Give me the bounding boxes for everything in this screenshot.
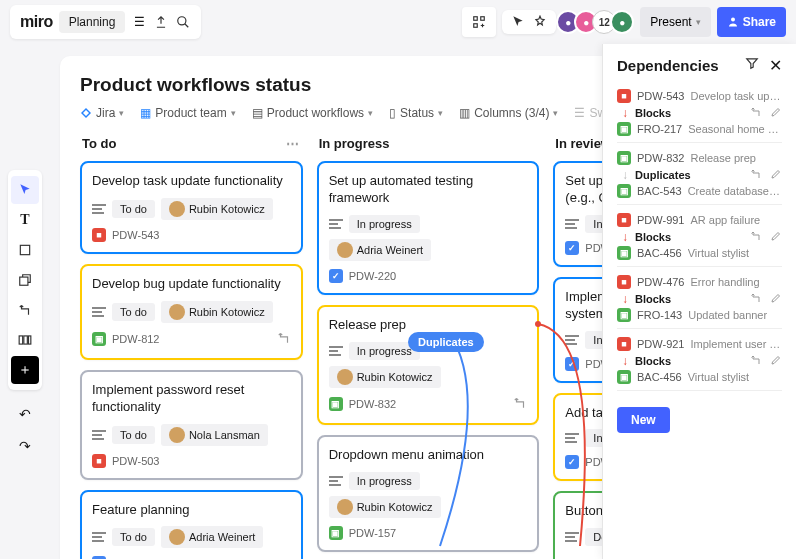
- reactions-icon[interactable]: [532, 14, 548, 30]
- dependencies-panel: Dependencies ✕ ■ PDW-543 Develop task up…: [602, 44, 796, 559]
- avatar: [169, 201, 185, 217]
- card-title: Develop bug update functionality: [92, 276, 291, 293]
- column-menu-icon[interactable]: ⋯: [286, 136, 301, 151]
- dependency-item: ■ PDW-991 AR app failure ↓ Blocks ▣ BAC-…: [617, 213, 782, 267]
- issue-type-icon: ✓: [565, 241, 579, 255]
- dependency-icon[interactable]: [513, 396, 527, 413]
- dep-from[interactable]: ■ PDW-921 Implement user authentic...: [617, 337, 782, 351]
- issue-key: PDW-832: [349, 398, 396, 410]
- dep-to[interactable]: ▣ BAC-543 Create database schema...: [617, 184, 782, 198]
- dep-to[interactable]: ▣ BAC-456 Virtual stylist: [617, 246, 782, 260]
- filter-icon[interactable]: [745, 56, 759, 75]
- undo-button[interactable]: ↶: [11, 400, 39, 428]
- dep-from[interactable]: ■ PDW-991 AR app failure: [617, 213, 782, 227]
- collaborator-avatars[interactable]: ● ● 12 ●: [562, 10, 634, 34]
- link-icon[interactable]: [750, 230, 762, 244]
- relation-label: Duplicates: [635, 169, 691, 181]
- filter-status[interactable]: ▯Status▾: [389, 106, 443, 120]
- arrow-down-icon: ↓: [617, 230, 633, 244]
- new-dependency-button[interactable]: New: [617, 407, 670, 433]
- edit-icon[interactable]: [770, 230, 782, 244]
- assignee-pill: Adria Weinert: [161, 526, 263, 548]
- dependency-icon[interactable]: [277, 331, 291, 348]
- description-icon: [92, 307, 106, 317]
- kanban-card[interactable]: Feature planning To do Adria Weinert ✓ P…: [80, 490, 303, 559]
- kanban-card[interactable]: Release prep In progress Rubin Kotowicz …: [317, 305, 540, 425]
- dep-to[interactable]: ▣ FRO-143 Updated banner: [617, 308, 782, 322]
- issue-type-icon: ▣: [329, 397, 343, 411]
- description-icon: [329, 476, 343, 486]
- relation-label: Blocks: [635, 231, 671, 243]
- kanban-card[interactable]: Develop bug update functionality To do R…: [80, 264, 303, 360]
- arrow-down-icon: ↓: [617, 106, 633, 120]
- filter-team[interactable]: ▦Product team▾: [140, 106, 235, 120]
- search-icon[interactable]: [175, 14, 191, 30]
- shapes-tool[interactable]: [11, 266, 39, 294]
- arrow-down-icon: ↓: [617, 354, 633, 368]
- close-icon[interactable]: ✕: [769, 56, 782, 75]
- assignee-pill: Adria Weinert: [329, 239, 431, 261]
- issue-key: PDW-812: [112, 333, 159, 345]
- edit-icon[interactable]: [770, 106, 782, 120]
- issue-type-icon: ■: [617, 89, 631, 103]
- avatar: [337, 242, 353, 258]
- description-icon: [92, 532, 106, 542]
- issue-type-icon: ▣: [617, 151, 631, 165]
- dependency-item: ■ PDW-543 Develop task update... ↓ Block…: [617, 89, 782, 143]
- link-icon[interactable]: [750, 106, 762, 120]
- issue-type-icon: ■: [617, 337, 631, 351]
- filter-workflow[interactable]: ▤Product workflows▾: [252, 106, 373, 120]
- dep-to[interactable]: ▣ BAC-456 Virtual stylist: [617, 370, 782, 384]
- assignee-pill: Rubin Kotowicz: [329, 366, 441, 388]
- edit-icon[interactable]: [770, 168, 782, 182]
- card-title: Set up automated testing framework: [329, 173, 528, 207]
- filter-columns[interactable]: ▥Columns (3/4)▾: [459, 106, 558, 120]
- description-icon: [565, 532, 579, 542]
- issue-type-icon: ■: [617, 213, 631, 227]
- hamburger-icon[interactable]: ☰: [131, 14, 147, 30]
- issue-type-icon: ▣: [617, 122, 631, 136]
- assignee-pill: Rubin Kotowicz: [161, 198, 273, 220]
- dep-from[interactable]: ■ PDW-476 Error handling: [617, 275, 782, 289]
- kanban-card[interactable]: Implement password reset functionality T…: [80, 370, 303, 480]
- brand-pod: miro Planning ☰: [10, 5, 201, 39]
- frame-tool[interactable]: [11, 326, 39, 354]
- cursor-icon[interactable]: [510, 14, 526, 30]
- link-icon[interactable]: [750, 354, 762, 368]
- dep-to[interactable]: ▣ FRO-217 Seasonal home page: [617, 122, 782, 136]
- status-pill: In progress: [349, 472, 420, 490]
- duplicates-badge[interactable]: Duplicates: [408, 332, 484, 352]
- kanban-card[interactable]: Dropdown menu animation In progress Rubi…: [317, 435, 540, 552]
- share-button[interactable]: Share: [717, 7, 786, 37]
- issue-type-icon: ■: [617, 275, 631, 289]
- description-icon: [92, 430, 106, 440]
- present-button[interactable]: Present▾: [640, 7, 710, 37]
- kanban-card[interactable]: Set up automated testing framework In pr…: [317, 161, 540, 295]
- dep-from[interactable]: ■ PDW-543 Develop task update...: [617, 89, 782, 103]
- sticky-note-tool[interactable]: [11, 236, 39, 264]
- filter-source[interactable]: Jira▾: [80, 106, 124, 120]
- export-icon[interactable]: [153, 14, 169, 30]
- link-icon[interactable]: [750, 168, 762, 182]
- apps-button[interactable]: [462, 7, 496, 37]
- issue-key: PDW-157: [349, 527, 396, 539]
- connector-tool[interactable]: [11, 296, 39, 324]
- kanban-card[interactable]: Develop task update functionality To do …: [80, 161, 303, 254]
- link-icon[interactable]: [750, 292, 762, 306]
- svg-rect-8: [24, 336, 27, 344]
- card-title: Dropdown menu animation: [329, 447, 528, 464]
- dep-from[interactable]: ▣ PDW-832 Release prep: [617, 151, 782, 165]
- edit-icon[interactable]: [770, 354, 782, 368]
- select-tool[interactable]: [11, 176, 39, 204]
- issue-key: PDW-503: [112, 455, 159, 467]
- redo-button[interactable]: ↷: [11, 432, 39, 460]
- board-name[interactable]: Planning: [59, 11, 126, 33]
- more-tools[interactable]: ＋: [11, 356, 39, 384]
- description-icon: [329, 219, 343, 229]
- relation-label: Blocks: [635, 355, 671, 367]
- text-tool[interactable]: T: [11, 206, 39, 234]
- status-pill: In progress: [349, 215, 420, 233]
- tool-sidebar: T ＋: [8, 170, 42, 390]
- edit-icon[interactable]: [770, 292, 782, 306]
- svg-rect-9: [29, 336, 31, 344]
